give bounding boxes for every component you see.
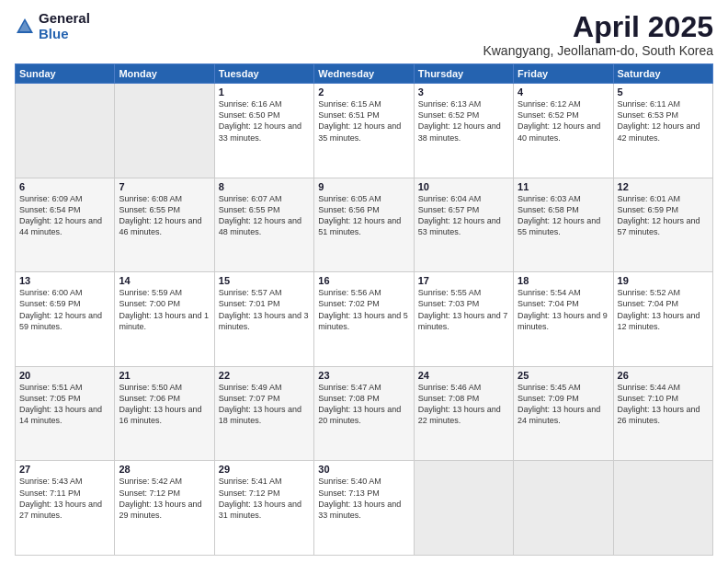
logo-general: General bbox=[39, 11, 90, 27]
table-row: 16Sunrise: 5:56 AM Sunset: 7:02 PM Dayli… bbox=[314, 272, 414, 367]
calendar-header-row: Sunday Monday Tuesday Wednesday Thursday… bbox=[16, 64, 713, 84]
day-number: 26 bbox=[618, 370, 709, 381]
day-number: 9 bbox=[318, 181, 409, 192]
day-number: 3 bbox=[418, 86, 509, 98]
table-row: 29Sunrise: 5:41 AM Sunset: 7:12 PM Dayli… bbox=[214, 461, 313, 556]
day-info: Sunrise: 6:09 AM Sunset: 6:54 PM Dayligh… bbox=[19, 193, 110, 238]
day-info: Sunrise: 5:46 AM Sunset: 7:08 PM Dayligh… bbox=[418, 382, 509, 427]
table-row bbox=[16, 84, 115, 178]
day-info: Sunrise: 5:41 AM Sunset: 7:12 PM Dayligh… bbox=[219, 476, 310, 521]
day-number: 1 bbox=[219, 86, 310, 98]
day-info: Sunrise: 6:15 AM Sunset: 6:51 PM Dayligh… bbox=[318, 98, 409, 144]
day-info: Sunrise: 5:57 AM Sunset: 7:01 PM Dayligh… bbox=[219, 287, 310, 332]
table-row: 5Sunrise: 6:11 AM Sunset: 6:53 PM Daylig… bbox=[613, 84, 712, 178]
table-row: 6Sunrise: 6:09 AM Sunset: 6:54 PM Daylig… bbox=[16, 178, 115, 272]
day-number: 13 bbox=[19, 275, 110, 286]
table-row bbox=[514, 461, 613, 556]
day-number: 6 bbox=[19, 181, 110, 192]
day-info: Sunrise: 6:13 AM Sunset: 6:52 PM Dayligh… bbox=[418, 98, 509, 144]
day-number: 28 bbox=[119, 464, 210, 475]
day-number: 25 bbox=[518, 370, 609, 381]
table-row bbox=[613, 461, 712, 556]
calendar-week-row: 20Sunrise: 5:51 AM Sunset: 7:05 PM Dayli… bbox=[16, 366, 713, 461]
day-number: 10 bbox=[418, 181, 509, 192]
day-info: Sunrise: 5:45 AM Sunset: 7:09 PM Dayligh… bbox=[518, 382, 609, 427]
table-row: 9Sunrise: 6:05 AM Sunset: 6:56 PM Daylig… bbox=[314, 178, 414, 272]
logo-text: General Blue bbox=[39, 11, 90, 41]
day-info: Sunrise: 5:52 AM Sunset: 7:04 PM Dayligh… bbox=[618, 287, 709, 332]
day-info: Sunrise: 6:11 AM Sunset: 6:53 PM Dayligh… bbox=[618, 98, 709, 144]
day-info: Sunrise: 6:00 AM Sunset: 6:59 PM Dayligh… bbox=[19, 287, 110, 332]
table-row: 25Sunrise: 5:45 AM Sunset: 7:09 PM Dayli… bbox=[514, 366, 613, 461]
day-number: 20 bbox=[19, 370, 110, 381]
col-sunday: Sunday bbox=[16, 64, 115, 84]
day-number: 29 bbox=[219, 464, 310, 475]
day-info: Sunrise: 6:05 AM Sunset: 6:56 PM Dayligh… bbox=[318, 193, 409, 238]
day-number: 22 bbox=[219, 370, 310, 381]
calendar-week-row: 27Sunrise: 5:43 AM Sunset: 7:11 PM Dayli… bbox=[16, 461, 713, 556]
calendar-table: Sunday Monday Tuesday Wednesday Thursday… bbox=[15, 63, 713, 556]
day-info: Sunrise: 5:43 AM Sunset: 7:11 PM Dayligh… bbox=[19, 476, 110, 521]
table-row: 14Sunrise: 5:59 AM Sunset: 7:00 PM Dayli… bbox=[115, 272, 214, 367]
logo-icon bbox=[15, 17, 35, 37]
day-info: Sunrise: 5:56 AM Sunset: 7:02 PM Dayligh… bbox=[318, 287, 409, 332]
col-monday: Monday bbox=[115, 64, 214, 84]
location-subtitle: Kwangyang, Jeollanam-do, South Korea bbox=[483, 43, 713, 58]
table-row: 17Sunrise: 5:55 AM Sunset: 7:03 PM Dayli… bbox=[414, 272, 513, 367]
day-number: 2 bbox=[318, 86, 409, 98]
day-number: 8 bbox=[219, 181, 310, 192]
table-row: 24Sunrise: 5:46 AM Sunset: 7:08 PM Dayli… bbox=[414, 366, 513, 461]
table-row: 12Sunrise: 6:01 AM Sunset: 6:59 PM Dayli… bbox=[613, 178, 712, 272]
col-wednesday: Wednesday bbox=[314, 64, 414, 84]
day-info: Sunrise: 5:49 AM Sunset: 7:07 PM Dayligh… bbox=[219, 382, 310, 427]
table-row: 15Sunrise: 5:57 AM Sunset: 7:01 PM Dayli… bbox=[214, 272, 313, 367]
table-row bbox=[414, 461, 513, 556]
col-friday: Friday bbox=[514, 64, 613, 84]
day-info: Sunrise: 5:54 AM Sunset: 7:04 PM Dayligh… bbox=[518, 287, 609, 332]
page: General Blue April 2025 Kwangyang, Jeoll… bbox=[0, 0, 728, 563]
day-info: Sunrise: 6:07 AM Sunset: 6:55 PM Dayligh… bbox=[219, 193, 310, 238]
day-number: 19 bbox=[618, 275, 709, 286]
day-info: Sunrise: 5:42 AM Sunset: 7:12 PM Dayligh… bbox=[119, 476, 210, 521]
table-row: 8Sunrise: 6:07 AM Sunset: 6:55 PM Daylig… bbox=[214, 178, 313, 272]
table-row: 22Sunrise: 5:49 AM Sunset: 7:07 PM Dayli… bbox=[214, 366, 313, 461]
table-row: 11Sunrise: 6:03 AM Sunset: 6:58 PM Dayli… bbox=[514, 178, 613, 272]
table-row: 27Sunrise: 5:43 AM Sunset: 7:11 PM Dayli… bbox=[16, 461, 115, 556]
day-number: 27 bbox=[19, 464, 110, 475]
day-number: 5 bbox=[618, 86, 709, 98]
day-info: Sunrise: 5:44 AM Sunset: 7:10 PM Dayligh… bbox=[618, 382, 709, 427]
day-number: 4 bbox=[518, 86, 609, 98]
header: General Blue April 2025 Kwangyang, Jeoll… bbox=[15, 11, 713, 58]
day-number: 18 bbox=[518, 275, 609, 286]
day-info: Sunrise: 6:03 AM Sunset: 6:58 PM Dayligh… bbox=[518, 193, 609, 238]
table-row: 20Sunrise: 5:51 AM Sunset: 7:05 PM Dayli… bbox=[16, 366, 115, 461]
day-info: Sunrise: 5:40 AM Sunset: 7:13 PM Dayligh… bbox=[318, 476, 409, 521]
table-row: 4Sunrise: 6:12 AM Sunset: 6:52 PM Daylig… bbox=[514, 84, 613, 178]
day-info: Sunrise: 6:04 AM Sunset: 6:57 PM Dayligh… bbox=[418, 193, 509, 238]
table-row: 1Sunrise: 6:16 AM Sunset: 6:50 PM Daylig… bbox=[214, 84, 313, 178]
day-number: 17 bbox=[418, 275, 509, 286]
day-info: Sunrise: 5:59 AM Sunset: 7:00 PM Dayligh… bbox=[119, 287, 210, 332]
day-number: 16 bbox=[318, 275, 409, 286]
day-info: Sunrise: 6:12 AM Sunset: 6:52 PM Dayligh… bbox=[518, 98, 609, 144]
day-number: 23 bbox=[318, 370, 409, 381]
table-row: 13Sunrise: 6:00 AM Sunset: 6:59 PM Dayli… bbox=[16, 272, 115, 367]
table-row: 28Sunrise: 5:42 AM Sunset: 7:12 PM Dayli… bbox=[115, 461, 214, 556]
logo: General Blue bbox=[15, 11, 90, 41]
table-row: 21Sunrise: 5:50 AM Sunset: 7:06 PM Dayli… bbox=[115, 366, 214, 461]
day-number: 12 bbox=[618, 181, 709, 192]
day-number: 21 bbox=[119, 370, 210, 381]
month-title: April 2025 bbox=[483, 11, 713, 43]
day-number: 15 bbox=[219, 275, 310, 286]
table-row: 26Sunrise: 5:44 AM Sunset: 7:10 PM Dayli… bbox=[613, 366, 712, 461]
day-number: 7 bbox=[119, 181, 210, 192]
table-row: 30Sunrise: 5:40 AM Sunset: 7:13 PM Dayli… bbox=[314, 461, 414, 556]
table-row: 2Sunrise: 6:15 AM Sunset: 6:51 PM Daylig… bbox=[314, 84, 414, 178]
day-info: Sunrise: 6:16 AM Sunset: 6:50 PM Dayligh… bbox=[219, 98, 310, 144]
day-info: Sunrise: 5:47 AM Sunset: 7:08 PM Dayligh… bbox=[318, 382, 409, 427]
table-row: 18Sunrise: 5:54 AM Sunset: 7:04 PM Dayli… bbox=[514, 272, 613, 367]
table-row: 10Sunrise: 6:04 AM Sunset: 6:57 PM Dayli… bbox=[414, 178, 513, 272]
day-number: 14 bbox=[119, 275, 210, 286]
title-block: April 2025 Kwangyang, Jeollanam-do, Sout… bbox=[483, 11, 713, 58]
day-info: Sunrise: 5:55 AM Sunset: 7:03 PM Dayligh… bbox=[418, 287, 509, 332]
